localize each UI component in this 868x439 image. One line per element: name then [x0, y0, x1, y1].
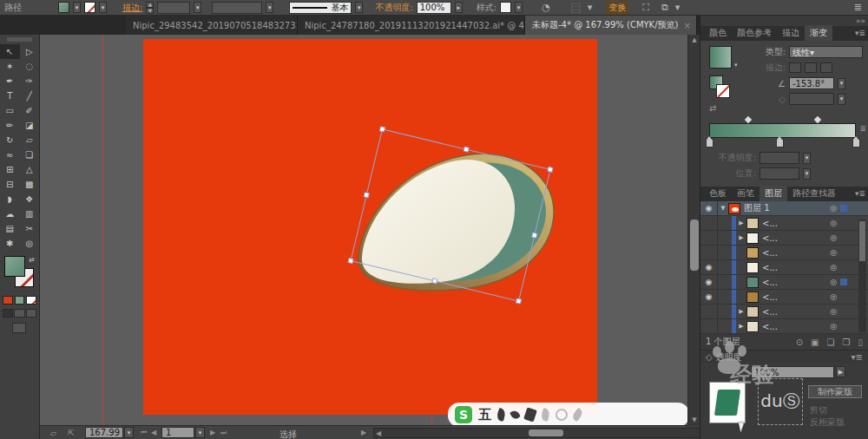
fill-proxy-gradient[interactable]	[4, 256, 25, 277]
gradient-slider[interactable]: ≣	[709, 115, 856, 148]
object-label[interactable]: <...	[762, 322, 868, 331]
visibility-eye-icon[interactable]	[700, 319, 718, 333]
gradient-bar[interactable]	[709, 123, 856, 138]
object-thumbnail[interactable]	[746, 262, 759, 273]
visibility-eye-icon[interactable]: ◉	[700, 201, 718, 215]
column-graph-tool[interactable]: ▥	[20, 206, 40, 221]
egg-artwork[interactable]	[312, 113, 573, 312]
expand-triangle-icon[interactable]: ▼	[718, 205, 728, 212]
gradient-stop-1[interactable]	[706, 139, 713, 147]
next-artboard-icon[interactable]: ▶	[210, 429, 215, 436]
distribute-dropdown-icon[interactable]: ▾	[674, 2, 682, 13]
blend-tool[interactable]: ❖	[20, 192, 40, 206]
layer-row-2[interactable]: ▶<...◎	[700, 231, 868, 246]
brush-dropdown-icon[interactable]: ▾	[355, 2, 363, 13]
visibility-eye-icon[interactable]	[700, 216, 718, 230]
zoom-tool[interactable]: ◎	[20, 236, 40, 251]
vertical-scrollbar[interactable]: ▲ ▼	[687, 35, 700, 425]
target-circle-icon[interactable]: ◎	[830, 219, 837, 227]
fill-color-swatch[interactable]	[58, 2, 69, 13]
document-tab-2[interactable]: Nipic_24787180_20191113201921447032.ai* …	[298, 16, 525, 35]
swap-fill-stroke-icon[interactable]: ⇄	[29, 256, 35, 264]
curvature-tool[interactable]: ✑	[20, 74, 40, 88]
panel-tab-颜色参考[interactable]: 颜色参考	[732, 25, 777, 41]
horizontal-scroll-thumb[interactable]	[529, 429, 563, 436]
transparency-expander-icon[interactable]: ◇	[706, 352, 713, 362]
transform-link[interactable]: 变换	[606, 1, 628, 15]
transparency-panel-menu-icon[interactable]: ▾≣	[852, 352, 863, 362]
control-panel-menu-icon[interactable]: ≣	[852, 2, 864, 13]
object-thumbnail[interactable]	[746, 218, 759, 229]
object-label[interactable]: <...	[762, 233, 868, 243]
layer-row-1[interactable]: ▶<...◎	[700, 216, 868, 231]
gradient-swatch-dropdown-icon[interactable]: ▾	[734, 62, 738, 69]
object-thumbnail[interactable]	[746, 306, 759, 318]
width-tool[interactable]: ≈	[0, 147, 20, 162]
object-label[interactable]: <...	[762, 278, 868, 287]
clip-checkbox-label[interactable]: 剪切	[810, 404, 827, 416]
vertical-scroll-thumb[interactable]	[690, 220, 699, 271]
object-label[interactable]: <...	[762, 292, 868, 302]
draw-normal-button[interactable]	[3, 309, 13, 318]
object-label[interactable]: <...	[762, 248, 868, 258]
visibility-eye-icon[interactable]	[700, 305, 718, 318]
stroke-weight-stepper[interactable]: ▲▼	[146, 2, 154, 14]
magic-wand-tool[interactable]: ✶	[0, 59, 20, 74]
eyedropper-tool[interactable]: ◗	[0, 192, 20, 206]
draw-behind-button[interactable]	[14, 309, 24, 318]
opacity-dropdown-icon[interactable]: ▸	[455, 2, 463, 13]
object-thumbnail[interactable]	[746, 277, 759, 288]
width-profile-field[interactable]	[212, 2, 262, 14]
layer-row-3[interactable]: <...◎	[700, 246, 868, 260]
aspect-ratio-dropdown-icon[interactable]: ▾	[838, 94, 845, 105]
panel-tab-图层[interactable]: 图层	[760, 186, 787, 201]
status-icon-1[interactable]: ▱	[50, 429, 56, 437]
panel-tab-色板[interactable]: 色板	[704, 186, 732, 201]
scroll-up-icon[interactable]: ▲	[688, 35, 700, 45]
layer-name[interactable]: 图层 1	[744, 202, 868, 214]
select-similar-dropdown-icon[interactable]: ▾	[586, 2, 595, 13]
object-label[interactable]: <...	[762, 263, 868, 272]
screen-mode-button[interactable]	[12, 323, 26, 333]
expand-triangle-icon[interactable]: ▶	[736, 234, 746, 241]
gradient-midpoint-1[interactable]	[745, 116, 752, 123]
rectangle-tool[interactable]: ▭	[0, 103, 20, 118]
gradient-angle-dropdown-icon[interactable]: ▾	[838, 78, 845, 89]
style-dropdown-icon[interactable]: ▾	[515, 2, 523, 13]
scale-tool[interactable]: ▱	[20, 133, 40, 147]
target-circle-icon[interactable]: ◎	[830, 322, 837, 331]
target-circle-icon[interactable]: ◎	[830, 307, 837, 316]
align-icon[interactable]: ⛶	[641, 2, 651, 13]
mini-swatch-1[interactable]	[3, 296, 13, 305]
panel-tab-画笔[interactable]: 画笔	[732, 186, 760, 201]
vertical-guide-1[interactable]	[102, 35, 103, 425]
object-thumbnail[interactable]	[746, 233, 759, 244]
invert-mask-checkbox-label[interactable]: 反相蒙版	[810, 416, 845, 429]
stop-location-field[interactable]	[760, 167, 799, 180]
gradient-panel-menu-icon[interactable]: ▾≣	[855, 29, 865, 37]
hand-tool[interactable]: ✱	[0, 236, 20, 251]
artboard-tool[interactable]: ▤	[0, 221, 20, 236]
expand-triangle-icon[interactable]: ▶	[736, 323, 746, 330]
gradient-angle-field[interactable]: -153.8°	[789, 77, 834, 89]
paintbrush-tool[interactable]: ✐	[20, 103, 40, 118]
delete-layer-icon[interactable]: ▯	[858, 337, 863, 347]
mini-swatch-2[interactable]	[15, 296, 25, 305]
direct-selection-tool[interactable]: ▷	[20, 44, 40, 59]
object-thumbnail[interactable]	[746, 321, 759, 332]
lasso-tool[interactable]: ◌	[20, 59, 40, 74]
eraser-tool[interactable]: ◪	[20, 118, 40, 133]
opacity-field[interactable]: 100%	[417, 2, 451, 14]
stroke-weight-link[interactable]: 描边:	[122, 2, 142, 14]
prev-artboard-icon[interactable]: ◀	[151, 429, 156, 436]
stroke-weight-field[interactable]	[157, 2, 190, 14]
object-label[interactable]: <...	[762, 219, 868, 228]
pencil-tool[interactable]: ✏	[0, 118, 20, 133]
reverse-gradient-icon[interactable]: ⇄	[709, 103, 732, 113]
gradient-stroke-proxy[interactable]	[716, 84, 730, 98]
stop-opacity-field[interactable]	[760, 152, 799, 164]
fill-stroke-proxy[interactable]: ⇄	[3, 256, 36, 291]
stroke-across-button[interactable]	[820, 62, 832, 73]
artboard-dropdown-icon[interactable]: ▾	[195, 427, 205, 438]
pen-tool[interactable]: ✒	[0, 74, 20, 88]
